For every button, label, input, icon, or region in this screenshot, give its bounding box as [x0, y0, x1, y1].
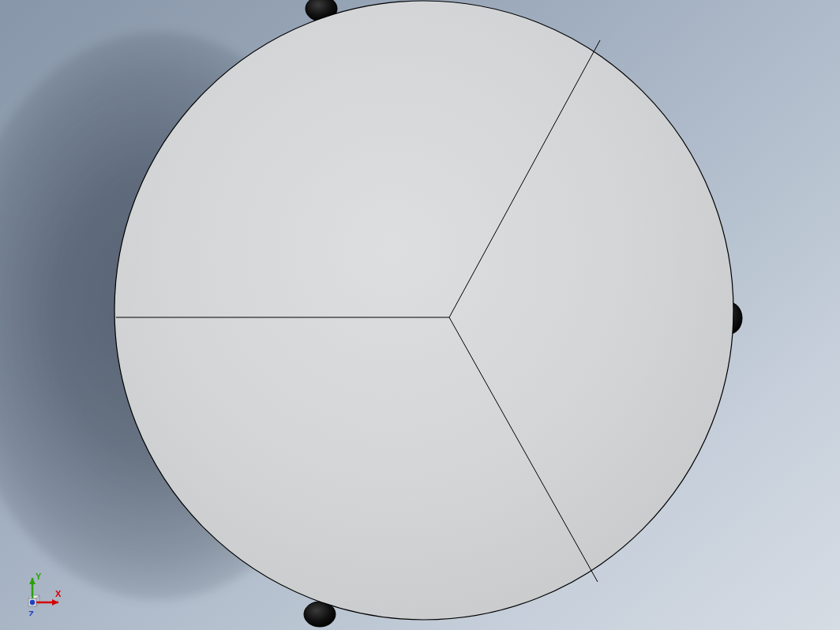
x-axis-label: X	[55, 589, 62, 598]
svg-point-5	[30, 600, 35, 605]
y-axis-icon: Y	[29, 572, 42, 598]
x-axis-icon: X	[36, 589, 62, 606]
model-canvas[interactable]	[0, 0, 840, 630]
y-axis-label: Y	[36, 572, 42, 581]
svg-marker-2	[52, 599, 58, 606]
z-axis-label: Z	[28, 609, 34, 616]
orientation-triad[interactable]: X Y Z	[14, 561, 69, 616]
svg-marker-4	[29, 578, 36, 584]
disc-face[interactable]	[114, 1, 733, 620]
cad-viewport[interactable]: X Y Z	[0, 0, 840, 630]
